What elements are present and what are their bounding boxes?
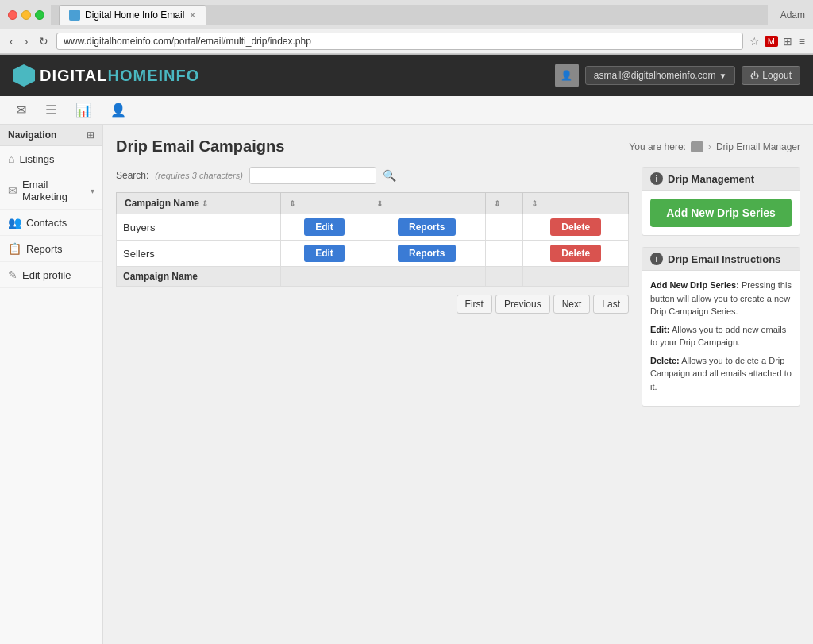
sidebar-item-listings[interactable]: ⌂ Listings <box>0 146 102 172</box>
forward-button[interactable]: › <box>21 33 32 49</box>
col-delete: ⇕ <box>523 193 629 214</box>
drip-management-title: Drip Management <box>668 173 754 185</box>
footer-col-3 <box>368 267 486 287</box>
sidebar-item-label: Email Marketing <box>22 179 86 202</box>
user-email: asmail@digitalhomeinfo.com <box>594 70 716 81</box>
col-blank: ⇕ <box>486 193 523 214</box>
breadcrumb-current: Drip Email Manager <box>716 141 800 152</box>
page-title: Drip Email Campaigns <box>116 137 284 156</box>
home-icon: ⌂ <box>8 152 14 165</box>
tab-favicon <box>69 10 80 21</box>
content-with-panel: Search: (requires 3 characters) 🔍 Campai… <box>116 167 800 418</box>
next-page-button[interactable]: Next <box>553 295 591 314</box>
browser-toolbar: ‹ › ↻ ☆ M ⊞ ≡ <box>0 29 813 54</box>
list-nav-icon[interactable]: ☰ <box>42 99 60 121</box>
blank-cell-2 <box>486 241 523 267</box>
add-new-drip-bold: Add New Drip Series: <box>650 280 739 290</box>
logo: DIGITALHOMEINFO <box>13 64 199 87</box>
edit-profile-icon: ✎ <box>8 268 17 281</box>
edit-button-2[interactable]: Edit <box>304 245 345 262</box>
sort-icon-3[interactable]: ⇕ <box>376 199 383 208</box>
blank-cell <box>486 214 523 241</box>
sidebar-item-label: Listings <box>19 153 54 165</box>
star-icon[interactable]: ☆ <box>748 33 761 49</box>
first-page-button[interactable]: First <box>457 295 492 314</box>
delete-bold: Delete: <box>650 356 680 365</box>
search-hint: (requires 3 characters) <box>155 171 243 180</box>
col-reports: ⇕ <box>368 193 486 214</box>
chart-nav-icon[interactable]: 📊 <box>72 99 94 121</box>
reports-button-2[interactable]: Reports <box>398 245 456 262</box>
reports-button[interactable]: Reports <box>398 218 456 236</box>
last-page-button[interactable]: Last <box>593 295 629 314</box>
sort-icon-2[interactable]: ⇕ <box>289 199 295 208</box>
breadcrumb-you-are-here: You are here: <box>629 141 686 152</box>
previous-page-button[interactable]: Previous <box>495 295 550 314</box>
breadcrumb-home-icon <box>691 141 703 152</box>
sidebar-item-label: Reports <box>26 243 63 255</box>
refresh-button[interactable]: ↻ <box>36 33 52 49</box>
mail-icon[interactable]: M <box>765 36 778 47</box>
tab-close-button[interactable]: ✕ <box>189 10 196 21</box>
close-window-button[interactable] <box>8 10 17 20</box>
extensions-icon[interactable]: ⊞ <box>781 33 794 49</box>
table-footer-row: Campaign Name <box>117 267 629 287</box>
delete-cell: Delete <box>523 214 629 241</box>
logout-label: Logout <box>762 70 792 81</box>
sidebar-item-email-marketing[interactable]: ✉ Email Marketing ▾ <box>0 172 102 210</box>
email-icon: ✉ <box>8 184 17 197</box>
maximize-window-button[interactable] <box>35 10 44 20</box>
sidebar-toggle-icon[interactable]: ⊞ <box>87 129 94 141</box>
edit-text: Allows you to add new emails to your Dri… <box>650 325 786 348</box>
sort-icon-5[interactable]: ⇕ <box>531 199 538 208</box>
window-controls[interactable] <box>8 10 44 20</box>
menu-icon[interactable]: ≡ <box>797 33 807 49</box>
table-row: Buyers Edit Reports Delete <box>117 214 629 241</box>
person-nav-icon[interactable]: 👤 <box>107 99 129 121</box>
sidebar-nav-label: Navigation <box>8 129 56 141</box>
sidebar-item-label: Edit profile <box>22 269 71 281</box>
delete-button-2[interactable]: Delete <box>550 245 601 262</box>
col-edit: ⇕ <box>280 193 368 214</box>
user-dropdown[interactable]: asmail@digitalhomeinfo.com ▼ <box>585 66 736 85</box>
minimize-window-button[interactable] <box>21 10 31 20</box>
chevron-down-icon: ▾ <box>91 187 94 195</box>
add-new-drip-series-button[interactable]: Add New Drip Series <box>650 199 792 227</box>
back-button[interactable]: ‹ <box>6 33 17 49</box>
sort-icon[interactable]: ⇕ <box>202 199 208 208</box>
logo-text: DIGITALHOMEINFO <box>40 67 199 85</box>
email-marketing-left: ✉ Email Marketing <box>8 179 86 202</box>
search-label: Search: <box>116 170 148 181</box>
content-area: Drip Email Campaigns You are here: › Dri… <box>103 125 813 644</box>
sidebar-item-edit-profile[interactable]: ✎ Edit profile <box>0 262 102 288</box>
browser-tab[interactable]: Digital Home Info Email ✕ <box>59 5 206 25</box>
info-icon: i <box>650 172 663 185</box>
add-new-drip-instruction: Add New Drip Series: Pressing this butto… <box>650 279 792 318</box>
search-input[interactable] <box>249 167 376 184</box>
main-content: Search: (requires 3 characters) 🔍 Campai… <box>116 167 629 326</box>
footer-col-4 <box>486 267 523 287</box>
sort-icon-4[interactable]: ⇕ <box>494 199 500 208</box>
email-nav-icon[interactable]: ✉ <box>13 99 29 121</box>
delete-cell-2: Delete <box>523 241 629 267</box>
pagination: First Previous Next Last <box>116 295 629 314</box>
icon-nav-bar: ✉ ☰ 📊 👤 <box>0 96 813 125</box>
breadcrumb-separator: › <box>708 141 711 152</box>
tab-title: Digital Home Info Email <box>85 10 184 21</box>
sidebar-item-reports[interactable]: 📋 Reports <box>0 236 102 262</box>
sidebar-header: Navigation ⊞ <box>0 125 102 146</box>
contacts-icon: 👥 <box>8 216 21 229</box>
sidebar-item-contacts[interactable]: 👥 Contacts <box>0 210 102 236</box>
logo-icon <box>13 64 35 87</box>
search-bar: Search: (requires 3 characters) 🔍 <box>116 167 629 184</box>
instructions-info-icon: i <box>650 253 663 265</box>
search-button[interactable]: 🔍 <box>383 169 396 182</box>
edit-cell-2: Edit <box>280 241 368 267</box>
reports-icon: 📋 <box>8 242 21 255</box>
delete-button[interactable]: Delete <box>550 218 601 236</box>
edit-button[interactable]: Edit <box>304 218 345 236</box>
address-bar[interactable] <box>56 33 742 50</box>
toolbar-icons: ☆ M ⊞ ≡ <box>748 33 807 49</box>
header-right: 👤 asmail@digitalhomeinfo.com ▼ ⏻ Logout <box>555 64 800 87</box>
logout-button[interactable]: ⏻ Logout <box>742 66 800 85</box>
